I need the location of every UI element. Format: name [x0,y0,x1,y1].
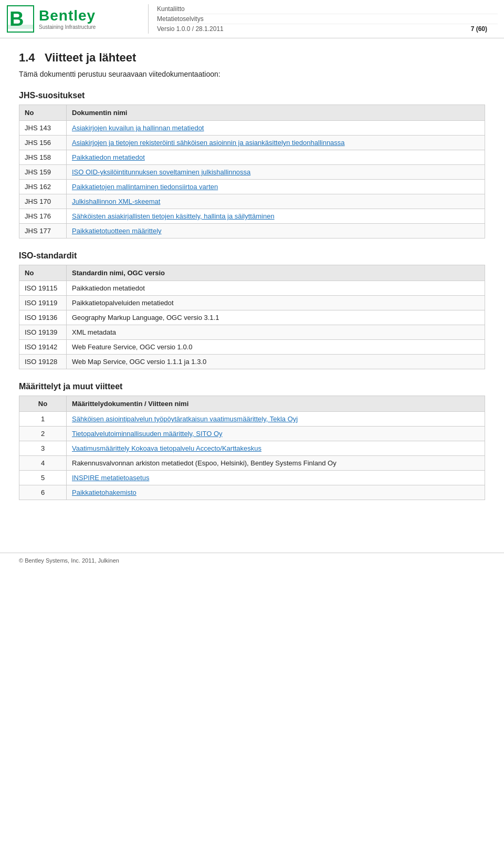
jhs-no-cell: JHS 159 [19,165,67,180]
iso-name-cell: Geography Markup Language, OGC versio 3.… [67,310,485,325]
page-header: B Bentley Sustaining Infrastructure Kunt… [0,0,504,38]
iso-name-cell: Web Map Service, OGC versio 1.1.1 ja 1.3… [67,355,485,369]
iso-table: No Standardin nimi, OGC versio ISO 19115… [19,265,485,369]
header-meta: Kuntaliitto Metatietoselvitys Versio 1.0… [148,4,498,34]
table-row: JHS 170Julkishallinnon XML-skeemat [19,194,485,209]
maarittelyt-heading: Määrittelyt ja muut viitteet [19,382,485,391]
maarittelyt-link[interactable]: Sähköisen asiointipalvelun työpöytäratka… [72,415,298,423]
maarittelyt-no-cell: 5 [19,471,67,485]
table-row: ISO 19139XML metadata [19,325,485,340]
iso-name-cell: Paikkatiedon metatiedot [67,281,485,296]
iso-name-cell: Paikkatietopalveluiden metatiedot [67,296,485,310]
maarittelyt-name-cell[interactable]: Tietopalvelutoiminnallisuuden määrittely… [67,427,485,441]
header-row-doc-name: Metatietoselvitys [157,14,498,24]
maarittelyt-link[interactable]: Vaatimusmäärittely Kokoava tietopalvelu … [72,444,261,452]
section-title: 1.4 Viitteet ja lähteet [19,51,485,65]
jhs-no-cell: JHS 158 [19,150,67,165]
section-heading-text: Viitteet ja lähteet [45,51,136,64]
table-row: ISO 19119Paikkatietopalveluiden metatied… [19,296,485,310]
maarittelyt-no-cell: 1 [19,412,67,427]
jhs-heading: JHS-suositukset [19,91,485,100]
table-row: JHS 159ISO OID-yksilöintitunnuksen sovel… [19,165,485,180]
maarittelyt-name-cell[interactable]: Vaatimusmäärittely Kokoava tietopalvelu … [67,441,485,456]
iso-no-cell: ISO 19115 [19,281,67,296]
maarittelyt-name-cell[interactable]: INSPIRE metatietoasetus [67,471,485,485]
jhs-no-cell: JHS 170 [19,194,67,209]
jhs-link[interactable]: Paikkatietojen mallintaminen tiedonsiirt… [72,183,218,191]
jhs-col-doc: Dokumentin nimi [67,105,485,121]
maarittelyt-col-doc: Määrittelydokumentin / Viitteen nimi [67,396,485,412]
table-row: ISO 19128Web Map Service, OGC versio 1.1… [19,355,485,369]
iso-no-cell: ISO 19119 [19,296,67,310]
footer-text: © Bentley Systems, Inc. 2011, Julkinen [19,557,119,564]
main-content: 1.4 Viitteet ja lähteet Tämä dokumentti … [0,38,504,532]
logo-area: B Bentley Sustaining Infrastructure [6,5,148,33]
maarittelyt-no-cell: 6 [19,485,67,500]
jhs-name-cell[interactable]: ISO OID-yksilöintitunnuksen soveltaminen… [67,165,485,180]
bentley-logo-icon: B [6,5,35,33]
jhs-no-cell: JHS 176 [19,209,67,224]
section-intro: Tämä dokumentti perustuu seuraavaan viit… [19,70,485,78]
maarittelyt-link[interactable]: Paikkatietohakemisto [72,489,136,496]
jhs-name-cell[interactable]: Sähköisten asiakirjallisten tietojen käs… [67,209,485,224]
jhs-table-header-row: No Dokumentin nimi [19,105,485,121]
maarittelyt-no-cell: 3 [19,441,67,456]
iso-table-header-row: No Standardin nimi, OGC versio [19,265,485,281]
jhs-link[interactable]: Julkishallinnon XML-skeemat [72,198,160,205]
iso-no-cell: ISO 19136 [19,310,67,325]
iso-col-std: Standardin nimi, OGC versio [67,265,485,281]
jhs-name-cell[interactable]: Paikkatiedon metatiedot [67,150,485,165]
table-row: 2Tietopalvelutoiminnallisuuden määrittel… [19,427,485,441]
jhs-no-cell: JHS 143 [19,121,67,136]
maarittelyt-no-cell: 2 [19,427,67,441]
iso-no-cell: ISO 19142 [19,340,67,355]
maarittelyt-link[interactable]: INSPIRE metatietoasetus [72,474,149,482]
table-row: ISO 19115Paikkatiedon metatiedot [19,281,485,296]
jhs-no-cell: JHS 177 [19,224,67,238]
table-row: 1Sähköisen asiointipalvelun työpöytäratk… [19,412,485,427]
jhs-link[interactable]: Asiakirjojen kuvailun ja hallinnan metat… [72,124,204,132]
table-row: ISO 19142Web Feature Service, OGC versio… [19,340,485,355]
logo-box: B Bentley Sustaining Infrastructure [6,5,96,33]
page-number: 7 (60) [471,25,498,33]
iso-col-no: No [19,265,67,281]
iso-heading: ISO-standardit [19,251,485,261]
maarittelyt-col-no: No [19,396,67,412]
doc-name-label: Metatietoselvitys [157,15,204,23]
version-label: Versio 1.0.0 / 28.1.2011 [157,25,224,33]
iso-name-cell: Web Feature Service, OGC versio 1.0.0 [67,340,485,355]
table-row: 6Paikkatietohakemisto [19,485,485,500]
jhs-link[interactable]: Paikkatiedon metatiedot [72,153,145,161]
maarittelyt-name-cell[interactable]: Paikkatietohakemisto [67,485,485,500]
jhs-link[interactable]: Asiakirjojen ja tietojen rekisteröinti s… [72,139,345,147]
jhs-name-cell[interactable]: Asiakirjojen kuvailun ja hallinnan metat… [67,121,485,136]
header-row-doc-type: Kuntaliitto [157,4,498,14]
jhs-no-cell: JHS 156 [19,136,67,150]
iso-name-cell: XML metadata [67,325,485,340]
maarittelyt-table: No Määrittelydokumentin / Viitteen nimi … [19,396,485,500]
jhs-table: No Dokumentin nimi JHS 143Asiakirjojen k… [19,105,485,238]
svg-rect-3 [7,25,34,29]
table-row: JHS 158Paikkatiedon metatiedot [19,150,485,165]
maarittelyt-table-header-row: No Määrittelydokumentin / Viitteen nimi [19,396,485,412]
jhs-name-cell[interactable]: Paikkatietojen mallintaminen tiedonsiirt… [67,180,485,194]
page-footer: © Bentley Systems, Inc. 2011, Julkinen [0,553,504,568]
jhs-name-cell[interactable]: Asiakirjojen ja tietojen rekisteröinti s… [67,136,485,150]
jhs-link[interactable]: ISO OID-yksilöintitunnuksen soveltaminen… [72,168,250,176]
header-row-version: Versio 1.0.0 / 28.1.2011 7 (60) [157,24,498,34]
maarittelyt-name-cell: Rakennusvalvonnan arkiston metatiedot (E… [67,456,485,471]
table-row: JHS 162Paikkatietojen mallintaminen tied… [19,180,485,194]
maarittelyt-link[interactable]: Tietopalvelutoiminnallisuuden määrittely… [72,430,223,438]
jhs-name-cell[interactable]: Julkishallinnon XML-skeemat [67,194,485,209]
jhs-col-no: No [19,105,67,121]
table-row: JHS 177Paikkatietotuotteen määrittely [19,224,485,238]
bentley-tagline: Sustaining Infrastructure [39,24,96,30]
jhs-link[interactable]: Paikkatietotuotteen määrittely [72,227,162,235]
doc-type-label: Kuntaliitto [157,5,185,13]
table-row: JHS 156Asiakirjojen ja tietojen rekister… [19,136,485,150]
maarittelyt-name-cell[interactable]: Sähköisen asiointipalvelun työpöytäratka… [67,412,485,427]
maarittelyt-no-cell: 4 [19,456,67,471]
jhs-name-cell[interactable]: Paikkatietotuotteen määrittely [67,224,485,238]
jhs-link[interactable]: Sähköisten asiakirjallisten tietojen käs… [72,212,275,220]
table-row: JHS 143Asiakirjojen kuvailun ja hallinna… [19,121,485,136]
